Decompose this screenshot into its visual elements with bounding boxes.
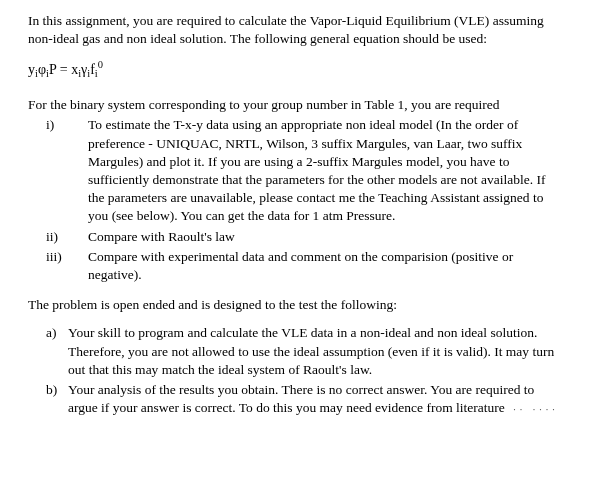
list-marker: b) — [46, 381, 68, 417]
list-content: To estimate the T-x-y data using an appr… — [88, 116, 561, 225]
list-marker: iii) — [46, 248, 88, 284]
list-content: Your skill to program and calculate the … — [68, 324, 561, 379]
list-text: Your analysis of the results you obtain.… — [68, 382, 534, 415]
eq-phi: φ — [38, 62, 46, 77]
list-marker: ii) — [46, 228, 88, 246]
roman-list: i) To estimate the T-x-y data using an a… — [46, 116, 561, 284]
list-item: b) Your analysis of the results you obta… — [46, 381, 561, 417]
eq-sup-0: 0 — [98, 59, 103, 70]
tests-intro: The problem is open ended and is designe… — [28, 296, 561, 314]
binary-intro: For the binary system corresponding to y… — [28, 96, 561, 114]
list-content: Compare with Raoult's law — [88, 228, 561, 246]
vle-equation: yiφiP = xiγifi0 — [28, 58, 561, 82]
alpha-list: a) Your skill to program and calculate t… — [46, 324, 561, 417]
ellipsis-dots: ·· ···· — [507, 404, 559, 415]
list-content: Your analysis of the results you obtain.… — [68, 381, 561, 417]
list-item: ii) Compare with Raoult's law — [46, 228, 561, 246]
list-content: Compare with experimental data and comme… — [88, 248, 561, 284]
eq-sub-i-5: i — [95, 69, 98, 80]
list-item: i) To estimate the T-x-y data using an a… — [46, 116, 561, 225]
list-marker: i) — [46, 116, 88, 225]
intro-paragraph: In this assignment, you are required to … — [28, 12, 561, 48]
eq-equals: = — [56, 62, 71, 77]
eq-y: y — [28, 62, 35, 77]
list-item: iii) Compare with experimental data and … — [46, 248, 561, 284]
list-marker: a) — [46, 324, 68, 379]
list-item: a) Your skill to program and calculate t… — [46, 324, 561, 379]
